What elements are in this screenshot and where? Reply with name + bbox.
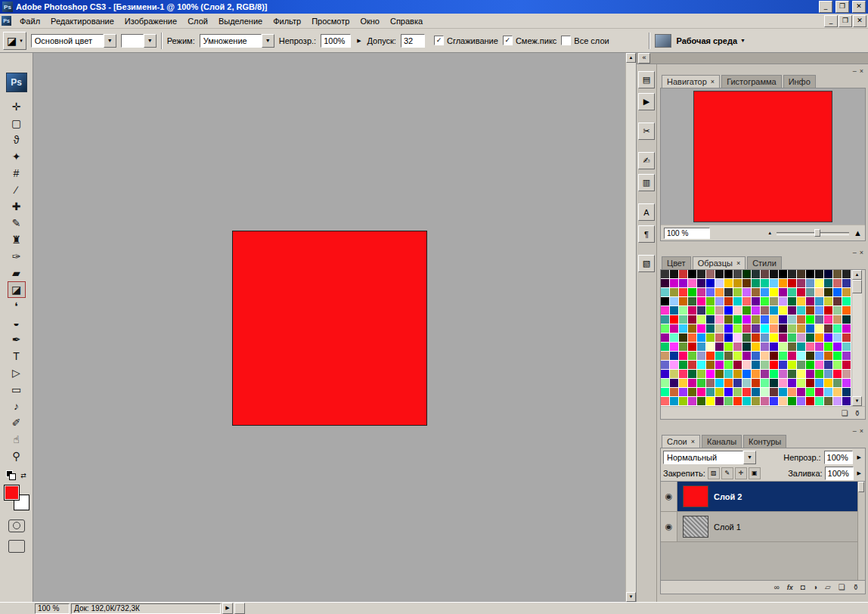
tab-color[interactable]: Цвет [662, 256, 691, 269]
swatch[interactable] [842, 288, 851, 296]
swatch[interactable] [833, 352, 842, 360]
swatch[interactable] [697, 397, 705, 405]
swatch[interactable] [842, 343, 851, 351]
swatch[interactable] [688, 297, 696, 305]
swatch[interactable] [688, 361, 696, 369]
paragraph-panel-icon[interactable]: ¶ [638, 225, 655, 243]
swatch[interactable] [697, 379, 705, 387]
new-group-icon[interactable]: ▱ [825, 583, 831, 591]
swatch[interactable] [661, 324, 669, 333]
swatch[interactable] [797, 379, 805, 387]
swatch[interactable] [842, 306, 851, 315]
swatch[interactable] [797, 352, 805, 360]
swatch[interactable] [770, 343, 778, 351]
swatch[interactable] [770, 333, 778, 342]
swatch[interactable] [752, 333, 760, 342]
swatch[interactable] [670, 279, 678, 287]
swatch[interactable] [761, 370, 769, 378]
swatch[interactable] [661, 397, 669, 405]
swatch[interactable] [724, 397, 733, 405]
swatch[interactable] [679, 370, 687, 378]
blur-tool[interactable]: ❛ [8, 298, 26, 315]
swatch[interactable] [770, 279, 778, 287]
swatch[interactable] [688, 324, 696, 333]
swatch[interactable] [742, 270, 751, 278]
eye-icon[interactable]: ◉ [665, 522, 673, 532]
swatch[interactable] [679, 352, 687, 360]
opacity-slider-arrow-icon[interactable]: ▶ [856, 451, 863, 464]
swatch[interactable] [688, 343, 696, 351]
swatch[interactable] [833, 306, 842, 315]
checkbox-box-contiguous[interactable]: ✓ [503, 36, 513, 45]
swatch[interactable] [670, 379, 678, 387]
swatch[interactable] [770, 315, 778, 324]
swatch[interactable] [733, 370, 742, 378]
checkbox-contiguous[interactable]: ✓Смеж.пикс [503, 36, 556, 45]
layer-row[interactable]: ◉ Слой 1 [661, 512, 865, 542]
zoom-tool[interactable]: ⚲ [8, 448, 26, 464]
doc-close-button[interactable]: ✕ [853, 15, 866, 27]
swatch[interactable] [742, 333, 751, 342]
minimize-button[interactable]: _ [819, 1, 832, 13]
swatch[interactable] [661, 333, 669, 342]
swatch[interactable] [806, 315, 814, 324]
swatch[interactable] [679, 388, 687, 396]
character-panel-icon[interactable]: A [638, 203, 655, 221]
swatch[interactable] [661, 379, 669, 387]
checkbox-anti-alias[interactable]: ✓Сглаживание [434, 36, 498, 45]
swatch[interactable] [770, 270, 778, 278]
swatch[interactable] [724, 270, 733, 278]
delete-layer-icon[interactable]: ⚱ [853, 583, 859, 591]
swatch[interactable] [742, 279, 751, 287]
quick-mask-icon[interactable] [8, 519, 25, 532]
opacity-input[interactable]: 100% [321, 34, 351, 48]
checkbox-all-layers[interactable]: Все слои [561, 36, 609, 45]
swatch[interactable] [752, 352, 760, 360]
swatch[interactable] [842, 270, 851, 278]
scrollbar-thumb[interactable] [852, 280, 862, 293]
swatch[interactable] [761, 288, 769, 296]
swatch[interactable] [806, 379, 814, 387]
dodge-tool[interactable]: ◒ [8, 315, 26, 331]
swatch[interactable] [761, 361, 769, 369]
swatch[interactable] [706, 297, 715, 305]
swatch[interactable] [788, 288, 796, 296]
swatch[interactable] [833, 315, 842, 324]
swatch[interactable] [742, 379, 751, 387]
tool-preset-picker[interactable]: ◪ ▾ [3, 32, 26, 50]
swatch[interactable] [815, 297, 823, 305]
swatch[interactable] [742, 343, 751, 351]
checkbox-box-all-layers[interactable] [561, 36, 571, 45]
swatch[interactable] [688, 279, 696, 287]
swatch[interactable] [733, 343, 742, 351]
swatch[interactable] [697, 333, 705, 342]
layers-opacity-input[interactable]: 100% [824, 451, 853, 464]
swatch[interactable] [806, 288, 814, 296]
swatch[interactable] [842, 352, 851, 360]
swatch[interactable] [806, 343, 814, 351]
swatch[interactable] [815, 288, 823, 296]
swatch[interactable] [815, 361, 823, 369]
swatch[interactable] [752, 361, 760, 369]
swatch[interactable] [679, 333, 687, 342]
swatch[interactable] [833, 343, 842, 351]
swatch[interactable] [797, 279, 805, 287]
swatch[interactable] [752, 370, 760, 378]
swatch[interactable] [788, 279, 796, 287]
swatch[interactable] [797, 306, 805, 315]
default-colors-icon[interactable] [6, 470, 16, 480]
scissors-panel-icon[interactable]: ✂ [638, 122, 655, 140]
swatch[interactable] [797, 270, 805, 278]
swatch[interactable] [679, 270, 687, 278]
swatch[interactable] [788, 333, 796, 342]
swatch[interactable] [842, 379, 851, 387]
swatch[interactable] [688, 315, 696, 324]
layer-style-icon[interactable]: fx [787, 584, 793, 591]
swatch[interactable] [833, 279, 842, 287]
swatch[interactable] [806, 297, 814, 305]
swatch[interactable] [833, 397, 842, 405]
brush-tool[interactable]: ✎ [8, 215, 26, 231]
swatch[interactable] [733, 388, 742, 396]
swatch[interactable] [824, 333, 832, 342]
swatch[interactable] [724, 306, 733, 315]
